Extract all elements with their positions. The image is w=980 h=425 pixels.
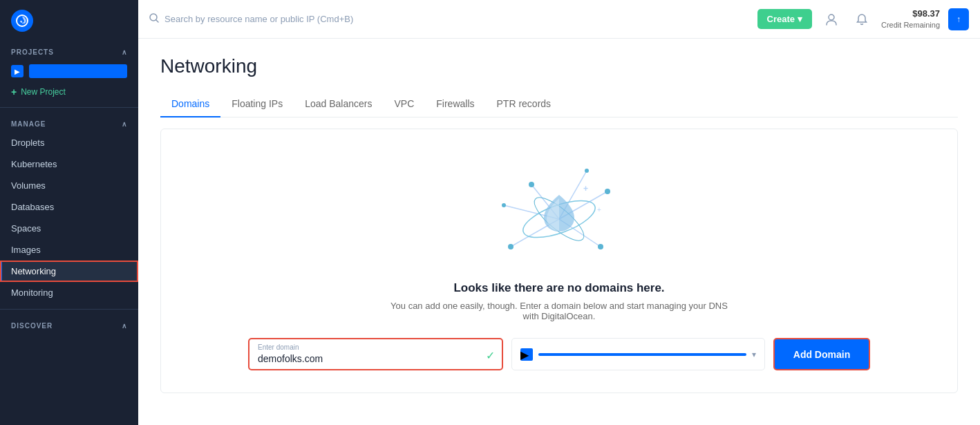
- sidebar-divider-1: [0, 107, 138, 108]
- project-select-icon: ▶: [520, 348, 533, 361]
- credit-label: Credit Remaining: [881, 20, 940, 30]
- search-icon: [149, 13, 159, 25]
- check-icon: ✓: [486, 349, 495, 362]
- sidebar-item-images[interactable]: Images: [0, 239, 138, 261]
- topbar: Search by resource name or public IP (Cm…: [138, 0, 980, 39]
- svg-text:+: +: [583, 184, 588, 193]
- sidebar-item-droplets[interactable]: Droplets: [0, 132, 138, 153]
- new-project-label: New Project: [21, 87, 66, 97]
- svg-text:+: +: [597, 206, 601, 214]
- tab-vpc[interactable]: VPC: [383, 91, 425, 117]
- sidebar-item-networking[interactable]: Networking: [0, 261, 138, 282]
- sidebar-divider-2: [0, 309, 138, 310]
- project-icon: ▶: [11, 65, 23, 77]
- upgrade-button[interactable]: ↑: [948, 8, 969, 30]
- sidebar-item-databases[interactable]: Databases: [0, 196, 138, 218]
- topbar-actions: Create ▾ $98.37 Credit Remaining ↑: [757, 8, 969, 30]
- projects-section-header: PROJECTS ∧: [0, 41, 138, 60]
- svg-point-17: [502, 203, 506, 207]
- network-illustration: + +: [490, 157, 628, 267]
- page-title: Networking: [160, 55, 958, 77]
- new-project-item[interactable]: + New Project: [0, 82, 138, 102]
- svg-point-16: [585, 169, 589, 173]
- svg-point-15: [598, 244, 603, 249]
- svg-point-13: [529, 182, 534, 187]
- project-select[interactable]: ▶ ▾: [511, 338, 765, 370]
- svg-point-3: [829, 15, 834, 20]
- project-item[interactable]: ▶: [0, 60, 138, 82]
- project-select-name: [538, 353, 746, 356]
- projects-chevron[interactable]: ∧: [122, 48, 127, 56]
- main-content: Search by resource name or public IP (Cm…: [138, 0, 980, 425]
- manage-chevron[interactable]: ∧: [122, 120, 127, 128]
- tab-firewalls[interactable]: Firewalls: [425, 91, 485, 117]
- search-area: Search by resource name or public IP (Cm…: [149, 13, 749, 25]
- svg-line-2: [156, 20, 158, 22]
- project-select-chevron-icon: ▾: [752, 350, 756, 359]
- discover-section-header: DISCOVER ∧: [0, 315, 138, 334]
- domain-input-row: Enter domain ✓ ▶ ▾ Add Domain: [248, 338, 870, 370]
- account-icon[interactable]: [820, 8, 842, 30]
- chevron-down-icon: ▾: [798, 14, 802, 24]
- manage-section-header: MANAGE ∧: [0, 113, 138, 132]
- tab-ptr-records[interactable]: PTR records: [486, 91, 563, 117]
- credit-amount: $98.37: [881, 8, 940, 20]
- domain-input-wrap: Enter domain ✓: [248, 338, 503, 370]
- empty-state-card: + + Looks like there are no domains here…: [160, 129, 958, 393]
- credit-info: $98.37 Credit Remaining: [881, 8, 940, 30]
- projects-label: PROJECTS: [11, 48, 54, 56]
- tab-domains[interactable]: Domains: [160, 91, 220, 117]
- add-domain-button[interactable]: Add Domain: [773, 338, 870, 370]
- logo-icon: [11, 10, 33, 32]
- tab-load-balancers[interactable]: Load Balancers: [294, 91, 383, 117]
- plus-icon: +: [11, 86, 17, 97]
- discover-chevron[interactable]: ∧: [122, 322, 127, 330]
- sidebar-logo[interactable]: [0, 0, 138, 41]
- search-placeholder-text[interactable]: Search by resource name or public IP (Cm…: [164, 14, 353, 24]
- domain-input-label: Enter domain: [258, 343, 493, 351]
- tabs: Domains Floating IPs Load Balancers VPC …: [160, 91, 958, 117]
- notification-icon[interactable]: [851, 8, 873, 30]
- tab-floating-ips[interactable]: Floating IPs: [220, 91, 294, 117]
- project-name: [29, 64, 127, 78]
- domain-input[interactable]: [258, 353, 493, 364]
- discover-label: DISCOVER: [11, 322, 53, 330]
- sidebar-item-spaces[interactable]: Spaces: [0, 218, 138, 239]
- empty-state-description: You can add one easily, though. Enter a …: [386, 301, 732, 321]
- svg-point-14: [605, 189, 610, 194]
- sidebar-item-volumes[interactable]: Volumes: [0, 175, 138, 196]
- create-button[interactable]: Create ▾: [757, 9, 812, 29]
- empty-state-title: Looks like there are no domains here.: [453, 281, 664, 295]
- sidebar: PROJECTS ∧ ▶ + New Project MANAGE ∧ Drop…: [0, 0, 138, 425]
- svg-point-12: [508, 244, 513, 249]
- sidebar-item-monitoring[interactable]: Monitoring: [0, 282, 138, 303]
- manage-label: MANAGE: [11, 120, 46, 128]
- sidebar-item-kubernetes[interactable]: Kubernetes: [0, 153, 138, 175]
- page-content: Networking Domains Floating IPs Load Bal…: [138, 39, 980, 425]
